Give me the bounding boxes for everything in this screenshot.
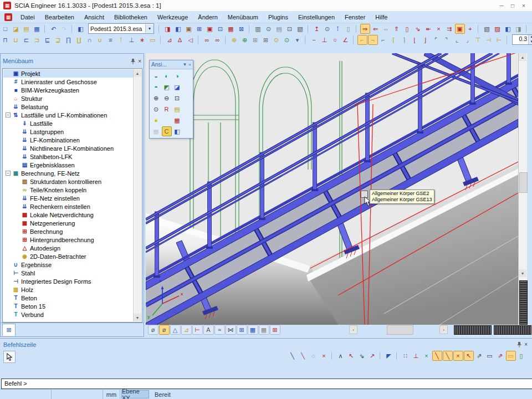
tree-item[interactable]: T Verbund xyxy=(3,310,133,319)
perpendicular-icon[interactable]: ⊥ xyxy=(320,35,330,45)
render-wireframe-icon[interactable]: ø xyxy=(148,325,158,335)
close-button[interactable]: × xyxy=(519,3,529,9)
scroll-down-icon[interactable]: ▼ xyxy=(134,314,141,321)
tree-expander-icon[interactable]: − xyxy=(6,112,11,117)
save-icon[interactable]: ▦ xyxy=(32,24,42,34)
ucs-icon-10[interactable]: ⌞ xyxy=(452,35,462,45)
snap-point-icon[interactable]: × xyxy=(422,351,432,361)
angle-icon[interactable]: ∠ xyxy=(341,35,351,45)
member-tool-icon-3[interactable]: ⇔ xyxy=(381,24,391,34)
model-viewport[interactable]: Ansi... ▼ × ◒◐◑◓◩◪⊕⊖⊡⊙R▤●▦▦C◧ z x y Allg… xyxy=(146,53,518,325)
tree-item[interactable]: ▨ Strukturdaten kontrollieren xyxy=(3,177,133,186)
member-tool-icon-1[interactable]: ⇒ xyxy=(360,24,370,34)
tree-item[interactable]: ▥ Holz xyxy=(3,285,133,294)
tree-item[interactable]: ▩ Lokale Netzverdichtung xyxy=(3,211,133,219)
tree-expander-icon[interactable] xyxy=(14,245,21,250)
ucs-icon-8[interactable]: ⌜ xyxy=(431,35,441,45)
zoom-selection-icon[interactable]: R xyxy=(162,104,172,114)
undo-icon[interactable]: ↶ xyxy=(49,24,59,34)
dimension-icon-9[interactable]: ∩ xyxy=(85,35,95,45)
tree-item[interactable]: ◉ 2D-Daten-Betrachter xyxy=(3,252,133,260)
open-project-icon[interactable]: ◪ xyxy=(11,24,21,34)
zoom-out-icon[interactable]: ⊖ xyxy=(162,93,172,103)
tree-item[interactable]: ▦ Netzgenerierung xyxy=(3,219,133,227)
dimension-icon-6[interactable]: ⊒ xyxy=(53,35,63,45)
overflow-icon[interactable]: ▾ xyxy=(293,35,303,45)
tree-item[interactable]: T Beton xyxy=(3,294,133,302)
tree-item[interactable]: ⇓ Lastfälle xyxy=(3,119,133,127)
page-icon-1[interactable]: □ xyxy=(530,24,532,34)
tree-expander-icon[interactable] xyxy=(14,129,21,134)
snap-line-end-icon[interactable]: ╲ xyxy=(432,351,442,361)
minimize-button[interactable]: ─ xyxy=(497,3,507,9)
selection-mode-button[interactable] xyxy=(3,351,16,363)
tree-expander-icon[interactable] xyxy=(6,287,12,292)
tree-item[interactable]: ⇊ Stahlbeton-LFK xyxy=(3,152,133,161)
menu-item[interactable]: Bibliotheken xyxy=(109,12,152,22)
status-working-plane[interactable]: Ebene XY xyxy=(121,390,149,398)
snap-tangent-icon[interactable]: ⇗ xyxy=(474,351,484,361)
camera-icon[interactable]: ▦ xyxy=(172,115,182,125)
dimension-icon-12[interactable]: ⊺ xyxy=(116,35,126,45)
polyline-icon-1[interactable]: ⊿ xyxy=(165,35,175,45)
link-icon-2[interactable]: ∞ xyxy=(213,35,223,45)
chevron-down-icon[interactable]: ▾ xyxy=(145,24,154,33)
teamwork-icon-2[interactable]: ◧ xyxy=(173,24,183,34)
tree-expander-icon[interactable] xyxy=(14,229,21,234)
tree-item[interactable]: ⇊ Lastgruppen xyxy=(3,127,133,136)
projection-icon-1[interactable]: ◩ xyxy=(162,82,172,92)
tree-expander-icon[interactable] xyxy=(6,262,12,267)
dimension-icon-7[interactable]: ∏ xyxy=(64,35,74,45)
show-text-icon[interactable]: ≈ xyxy=(214,325,225,335)
status-unit[interactable]: mm xyxy=(103,390,120,399)
tree-item[interactable]: − ⇅ Lastfälle und LF-Kombinationen xyxy=(3,111,133,119)
database-icon-2[interactable]: ⊞ xyxy=(195,24,204,34)
tree-item[interactable]: ⌂ Struktur xyxy=(3,94,133,103)
menu-item[interactable]: Bearbeiten xyxy=(40,12,79,22)
snap-tool-icon-3[interactable]: ⇘ xyxy=(357,351,367,361)
link-icon-1[interactable]: ∞ xyxy=(202,35,212,45)
dimension-icon-14[interactable]: ∗ xyxy=(137,35,147,45)
result-icon-3[interactable]: ◧ xyxy=(503,24,513,34)
close-icon[interactable]: × xyxy=(524,341,528,347)
menu-item[interactable]: Ändern xyxy=(193,12,222,22)
scroll-down-icon[interactable]: ▼ xyxy=(519,269,526,277)
print-icon[interactable]: ▥ xyxy=(253,24,263,34)
move-icon-1[interactable]: ⊙ xyxy=(272,35,282,45)
tree-expander-icon[interactable] xyxy=(14,179,21,184)
document-icon-2[interactable]: ⊡ xyxy=(285,24,295,34)
ucs-icon-1[interactable]: ⌐ xyxy=(357,35,367,45)
scroll-right-icon[interactable]: › xyxy=(439,325,448,334)
tree-item[interactable]: ∞ Teile/Knoten koppeln xyxy=(3,186,133,194)
view-z-icon[interactable]: ◑ xyxy=(172,71,182,81)
snap-tool-icon-2[interactable]: ↖ xyxy=(346,351,356,361)
node-icon-2[interactable]: ⊕ xyxy=(240,35,250,45)
projection-icon-2[interactable]: ◪ xyxy=(172,82,182,92)
snap-size-spinner[interactable]: 0.3 ▲▼ xyxy=(512,34,532,45)
snap-midpoint-icon[interactable]: ╲ xyxy=(298,351,308,361)
menu-item[interactable]: Werkzeuge xyxy=(152,12,193,22)
snap-tool-icon-4[interactable]: ↗ xyxy=(367,351,377,361)
scroll-up-icon[interactable]: ▲ xyxy=(134,69,141,77)
tree-expander-icon[interactable] xyxy=(14,187,21,192)
tree-item[interactable]: △ Autodesign xyxy=(3,244,133,252)
menu-item[interactable]: Menübaum xyxy=(223,12,263,22)
ucs-icon-2[interactable]: ¬ xyxy=(368,35,378,45)
ucs-icon-11[interactable]: ⌟ xyxy=(463,35,473,45)
clipboard-icon[interactable]: ▯ xyxy=(344,24,354,34)
ucs-icon-4[interactable]: ⌈ xyxy=(389,35,399,45)
tree-expander-icon[interactable] xyxy=(6,96,12,101)
tree-item[interactable]: ⇊ Rechenkern einstellen xyxy=(3,202,133,211)
pin-icon[interactable] xyxy=(130,58,136,64)
light-icon[interactable]: ● xyxy=(151,115,161,125)
snap-circle-icon[interactable]: ◌ xyxy=(309,351,319,361)
node-icon-1[interactable]: ⊕ xyxy=(229,35,239,45)
cursor-snap-icon[interactable]: ◤ xyxy=(384,351,394,361)
viewport-3d-scene[interactable] xyxy=(146,53,518,325)
tree-item[interactable]: ⊣ Integriertes Design Forms xyxy=(3,277,133,285)
tree-expander-icon[interactable]: − xyxy=(6,171,11,176)
tree-expander-icon[interactable] xyxy=(14,212,21,217)
dimension-icon-4[interactable]: ⊐ xyxy=(32,35,42,45)
vertical-rotation-bar[interactable] xyxy=(519,280,528,325)
new-project-icon[interactable]: □ xyxy=(1,24,11,34)
